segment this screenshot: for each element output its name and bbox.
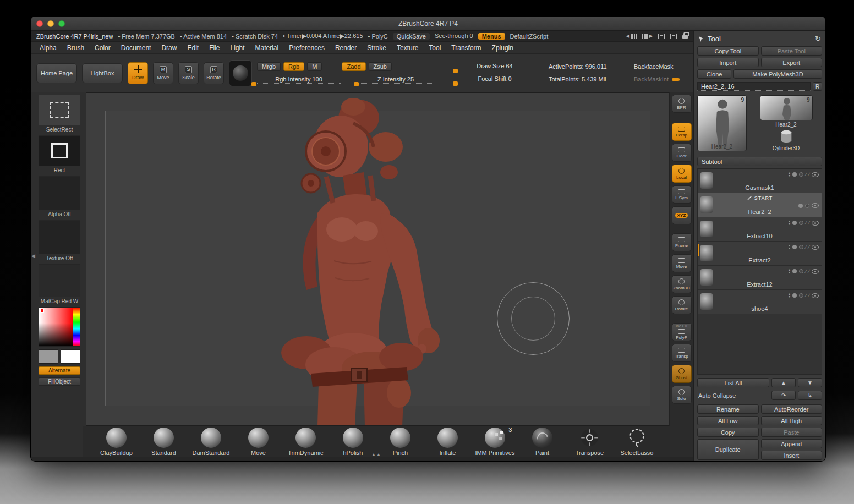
- visibility-eye-icon[interactable]: [812, 269, 819, 274]
- tray-scroll-indicator[interactable]: ▲▲: [372, 452, 382, 456]
- hue-strip[interactable]: [73, 308, 80, 346]
- brush-inflate[interactable]: Inflate: [424, 428, 471, 456]
- solo-button[interactable]: Solo: [672, 386, 692, 404]
- tool-resolution-slider[interactable]: Hear2_2. 16 R: [697, 82, 822, 91]
- print-document-icon[interactable]: [670, 34, 677, 39]
- make-polymesh3d-button[interactable]: Make PolyMesh3D: [733, 69, 822, 79]
- export-button[interactable]: Export: [761, 58, 823, 67]
- menu-zplugin[interactable]: Zplugin: [492, 44, 513, 52]
- lightbox-button[interactable]: LightBox: [82, 63, 123, 83]
- menu-alpha[interactable]: Alpha: [40, 44, 57, 52]
- zoom3d-button[interactable]: Zoom3D: [672, 275, 692, 293]
- rotate-mode-button[interactable]: R Rotate: [204, 62, 224, 84]
- brush-move[interactable]: Move: [234, 428, 282, 456]
- polypaint-icon[interactable]: [798, 204, 803, 208]
- mask-icon[interactable]: [799, 221, 803, 225]
- auto-reorder-button[interactable]: AutoReorder: [761, 404, 823, 414]
- select-rect-stroke-thumbnail[interactable]: [39, 95, 80, 125]
- split-icon[interactable]: ∕: [808, 245, 809, 249]
- slider-handle[interactable]: [453, 69, 458, 73]
- polypaint-icon[interactable]: [792, 245, 797, 249]
- alpha-off-thumbnail[interactable]: [39, 176, 80, 210]
- z-intensity-slider[interactable]: Z Intensity 25: [354, 76, 437, 84]
- brush-paint[interactable]: Paint: [518, 428, 566, 456]
- polypaint-icon[interactable]: [792, 269, 797, 273]
- zadd-button[interactable]: Zadd: [342, 62, 365, 71]
- brush-pinch[interactable]: Pinch: [376, 428, 424, 456]
- ghost-button[interactable]: Ghost: [672, 365, 692, 383]
- menu-light[interactable]: Light: [231, 44, 245, 52]
- append-button[interactable]: Append: [761, 439, 823, 448]
- merge-icon[interactable]: ∕: [806, 172, 807, 177]
- rename-button[interactable]: Rename: [697, 404, 759, 414]
- backface-mask-button[interactable]: BackfaceMask: [634, 63, 674, 70]
- back-mask-int-button[interactable]: BackMaskInt: [634, 76, 680, 83]
- paste-subtool-button[interactable]: Paste: [761, 428, 823, 437]
- copy-tool-button[interactable]: Copy Tool: [697, 46, 759, 56]
- split-icon[interactable]: ∕: [808, 172, 809, 177]
- polypaint-icon[interactable]: [792, 172, 797, 177]
- rgb-intensity-slider[interactable]: Rgb Intensity 100: [257, 76, 341, 84]
- split-icon[interactable]: ∕: [808, 293, 809, 298]
- brush-hpolish[interactable]: hPolish: [329, 428, 376, 456]
- polypaint-icon[interactable]: [792, 221, 797, 225]
- history-forward-icon[interactable]: ▶: [642, 34, 653, 39]
- reorder-icon[interactable]: ▴▾: [789, 220, 790, 226]
- copy-document-icon[interactable]: [658, 34, 665, 39]
- brush-claybuildup[interactable]: ClayBuildup: [92, 428, 140, 456]
- cylinder3d-icon[interactable]: [778, 129, 795, 144]
- persp-button[interactable]: Persp: [672, 123, 692, 141]
- list-all-button[interactable]: List All: [697, 378, 769, 387]
- menu-color[interactable]: Color: [95, 44, 111, 52]
- all-high-button[interactable]: All High: [761, 416, 823, 425]
- draw-mode-button[interactable]: Draw: [128, 62, 148, 84]
- mask-icon[interactable]: [799, 172, 803, 177]
- lock-icon[interactable]: [682, 35, 688, 39]
- split-icon[interactable]: ∕: [808, 221, 809, 225]
- m-button[interactable]: M: [307, 62, 322, 71]
- subtool-row-extract10[interactable]: ▴▾ ∕ ∕ Extract10: [698, 217, 822, 242]
- home-page-button[interactable]: Home Page: [36, 63, 77, 83]
- menu-transform[interactable]: Transform: [451, 44, 481, 52]
- move-mode-button[interactable]: M Move: [153, 62, 173, 84]
- visibility-eye-icon[interactable]: [812, 172, 819, 177]
- alternate-button[interactable]: Alternate: [39, 366, 80, 375]
- reorder-icon[interactable]: ▴▾: [789, 172, 790, 177]
- merge-icon[interactable]: ∕: [806, 269, 807, 273]
- frame-button[interactable]: Frame: [672, 233, 692, 251]
- fill-object-button[interactable]: FillObject: [39, 377, 80, 386]
- default-zscript-button[interactable]: DefaultZScript: [510, 33, 549, 40]
- menus-toggle-button[interactable]: Menus: [478, 33, 505, 40]
- clone-button[interactable]: Clone: [697, 69, 731, 79]
- history-rewind-icon[interactable]: ◀: [626, 34, 637, 39]
- recent-tool-thumbnail[interactable]: 9: [760, 95, 813, 120]
- scale-mode-button[interactable]: S Scale: [178, 62, 199, 84]
- rect-alpha-thumbnail[interactable]: [39, 135, 80, 166]
- sculpt-canvas[interactable]: [86, 92, 669, 426]
- brush-selectlasso[interactable]: SelectLasso: [613, 428, 660, 456]
- copy-subtool-button[interactable]: Copy: [697, 428, 759, 437]
- brush-damstandard[interactable]: DamStandard: [187, 428, 234, 456]
- merge-icon[interactable]: ∕: [806, 293, 807, 298]
- subtool-section-header[interactable]: Subtool: [697, 157, 822, 166]
- focal-shift-slider[interactable]: Focal Shift 0: [453, 75, 537, 83]
- current-material-thumbnail[interactable]: [229, 60, 252, 86]
- brush-transpose[interactable]: Transpose: [566, 428, 613, 456]
- zoom-window-button[interactable]: [58, 20, 65, 27]
- subtool-row-shoe4[interactable]: ▴▾ ∕ ∕ shoe4: [698, 290, 822, 314]
- menu-texture[interactable]: Texture: [397, 44, 418, 52]
- mrgb-button[interactable]: Mrgb: [257, 62, 281, 71]
- color-picker[interactable]: [39, 307, 80, 347]
- quicksave-button[interactable]: QuickSave: [393, 33, 430, 40]
- import-button[interactable]: Import: [697, 58, 759, 67]
- mask-icon[interactable]: [799, 245, 803, 249]
- move-up-hierarchy-icon[interactable]: ↷: [771, 391, 796, 400]
- rgb-button[interactable]: Rgb: [283, 62, 304, 71]
- current-tool-thumbnail[interactable]: 9 Hear2_2: [697, 95, 747, 151]
- menu-brush[interactable]: Brush: [67, 44, 84, 52]
- visibility-eye-icon[interactable]: [812, 245, 819, 250]
- slider-handle[interactable]: [453, 81, 458, 86]
- mask-icon[interactable]: [805, 204, 809, 208]
- main-color-swatch[interactable]: [39, 349, 58, 364]
- draw-size-slider[interactable]: Draw Size 64: [453, 63, 537, 70]
